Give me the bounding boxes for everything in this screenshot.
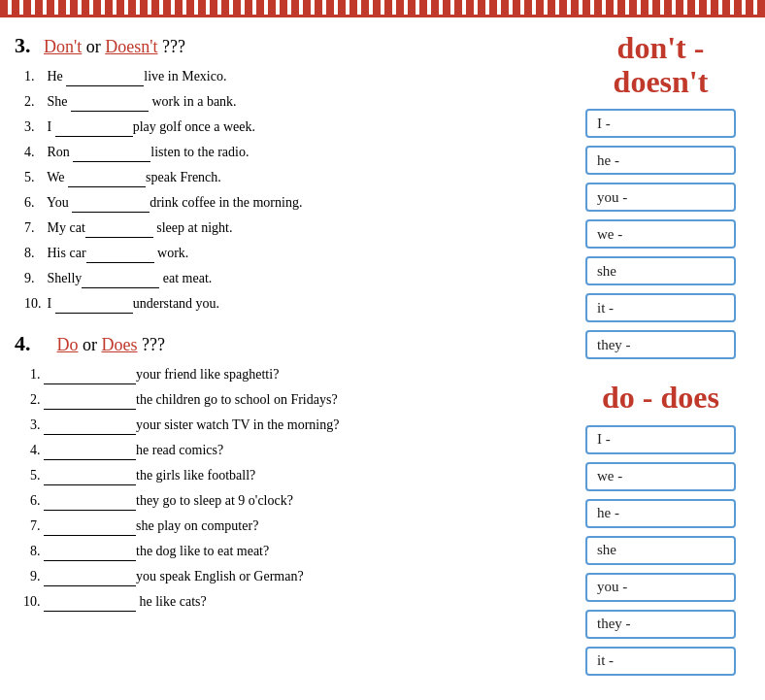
section4-heading: 4. Do or Does ???	[15, 331, 556, 356]
blank[interactable]	[44, 396, 136, 410]
top-border	[0, 0, 765, 17]
blank[interactable]	[71, 98, 149, 112]
list-item: the dog like to eat meat?	[44, 541, 556, 561]
blank[interactable]	[82, 275, 159, 288]
blank[interactable]	[44, 371, 136, 384]
blank[interactable]	[44, 548, 136, 561]
does-link[interactable]: Does	[102, 335, 138, 354]
blank[interactable]	[55, 300, 133, 314]
list-item: 7. My cat sleep at night.	[24, 217, 556, 238]
right-column: don't - doesn't I - he - you - we - she …	[566, 27, 755, 680]
list-item: he read comics?	[44, 440, 556, 460]
main-content: 3. Don't or Doesn't ??? 1. He live in Me…	[0, 17, 765, 689]
list-item: your sister watch TV in the morning?	[44, 415, 556, 435]
section4-list: your friend like spaghetti? the children…	[15, 364, 556, 612]
dont-doesnt-title: don't - doesn't	[566, 31, 755, 99]
section4-marks: ???	[142, 335, 165, 354]
section4-connector: or	[83, 335, 102, 354]
answer-box-he-do: he -	[585, 499, 736, 528]
answer-box-they-dont: they -	[585, 330, 736, 359]
blank[interactable]	[44, 522, 136, 536]
answer-box-we-dont: we -	[585, 219, 736, 249]
blank[interactable]	[44, 472, 136, 485]
section4-number: 4.	[15, 331, 31, 355]
section3-marks: ???	[162, 37, 185, 56]
blank[interactable]	[85, 224, 153, 238]
blank[interactable]	[44, 421, 136, 435]
blank[interactable]	[68, 174, 146, 187]
list-item: the girls like football?	[44, 465, 556, 485]
list-item: he like cats?	[44, 591, 556, 612]
answer-box-we-do: we -	[585, 462, 736, 491]
list-item: 8. His car work.	[24, 243, 556, 263]
list-item: 9. Shelly eat meat.	[24, 268, 556, 288]
doesnt-link[interactable]: Doesn't	[105, 37, 157, 56]
blank[interactable]	[72, 199, 150, 213]
dont-link[interactable]: Don't	[44, 37, 82, 56]
answer-box-she-do: she	[585, 536, 736, 565]
list-item: 3. I play golf once a week.	[24, 117, 556, 137]
list-item: she play on computer?	[44, 516, 556, 536]
do-does-title: do - does	[602, 381, 719, 415]
answer-box-they-do: they -	[585, 610, 736, 639]
list-item: 10. I understand you.	[24, 293, 556, 314]
answer-box-i-dont: I -	[585, 109, 736, 138]
list-item: 5. We speak French.	[24, 167, 556, 187]
list-item: 1. He live in Mexico.	[24, 66, 556, 86]
list-item: you speak English or German?	[44, 566, 556, 586]
section3-number: 3.	[15, 33, 31, 57]
blank[interactable]	[44, 447, 136, 460]
answer-box-you-do: you -	[585, 573, 736, 602]
blank[interactable]	[66, 73, 144, 86]
left-column: 3. Don't or Doesn't ??? 1. He live in Me…	[15, 27, 556, 680]
section3-list: 1. He live in Mexico. 2. She work in a b…	[15, 66, 556, 314]
answer-box-it-dont: it -	[585, 293, 736, 322]
section3-connector: or	[86, 37, 106, 56]
do-link[interactable]: Do	[57, 335, 79, 354]
blank[interactable]	[44, 573, 136, 586]
answer-box-you-dont: you -	[585, 183, 736, 212]
answer-box-i-do: I -	[585, 425, 736, 454]
list-item: 6. You drink coffee in the morning.	[24, 192, 556, 213]
blank[interactable]	[55, 123, 133, 137]
blank[interactable]	[44, 497, 136, 511]
answer-box-it-do: it -	[585, 647, 736, 676]
answer-box-he-dont: he -	[585, 146, 736, 175]
list-item: your friend like spaghetti?	[44, 364, 556, 384]
section3-heading: 3. Don't or Doesn't ???	[15, 33, 556, 58]
list-item: 4. Ron listen to the radio.	[24, 142, 556, 162]
list-item: they go to sleep at 9 o'clock?	[44, 490, 556, 511]
list-item: 2. She work in a bank.	[24, 91, 556, 112]
list-item: the children go to school on Fridays?	[44, 389, 556, 410]
blank[interactable]	[86, 250, 154, 263]
blank[interactable]	[44, 598, 136, 612]
answer-box-she-dont: she	[585, 256, 736, 285]
blank[interactable]	[73, 149, 150, 162]
